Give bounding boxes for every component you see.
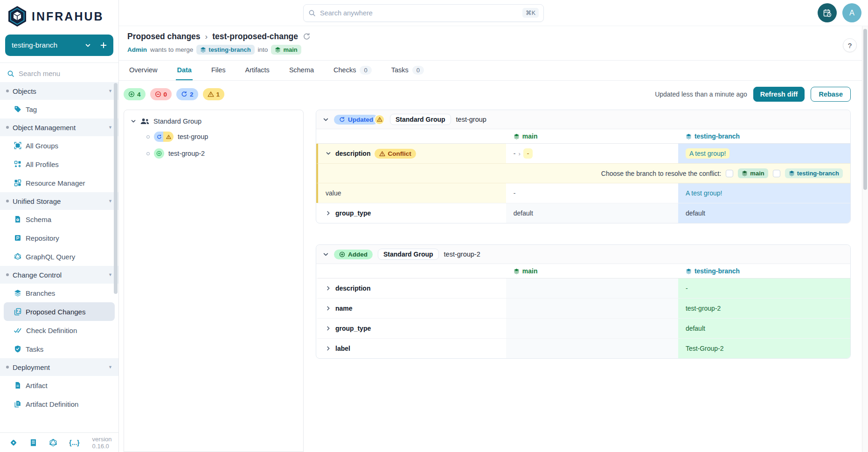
sidebar-item-all-profiles[interactable]: All Profiles bbox=[0, 155, 118, 174]
branch-value-chip: A test group! bbox=[686, 148, 730, 159]
sidebar-scrollbar[interactable] bbox=[114, 83, 118, 294]
chevron-right-icon[interactable] bbox=[326, 210, 331, 216]
chevron-down-icon[interactable] bbox=[131, 118, 136, 124]
branch-icon bbox=[789, 170, 795, 176]
chevron-right-icon[interactable] bbox=[326, 326, 331, 331]
resolve-main-badge[interactable]: main bbox=[738, 168, 768, 178]
tree-node-label: test-group-2 bbox=[168, 150, 205, 157]
tab-label: Checks bbox=[333, 66, 356, 74]
logo[interactable]: INFRAHUB bbox=[0, 0, 118, 32]
menu-section-change-control[interactable]: Change Control ▼ bbox=[0, 266, 118, 284]
menu-section-objects[interactable]: Objects ▼ bbox=[0, 82, 118, 100]
tab-schema[interactable]: Schema bbox=[288, 61, 315, 80]
menu-section-object-management[interactable]: Object Management ▼ bbox=[0, 118, 118, 136]
menu-section-unified-storage[interactable]: Unified Storage ▼ bbox=[0, 192, 118, 210]
attribute-cell[interactable]: name bbox=[318, 299, 506, 318]
chevron-right-icon[interactable] bbox=[326, 306, 331, 311]
resource-manager-icon bbox=[14, 179, 21, 187]
sync-icon bbox=[181, 91, 187, 97]
braces-icon[interactable]: {...} bbox=[69, 439, 80, 446]
sidebar-item-check-definition[interactable]: Check Definition bbox=[0, 321, 118, 340]
branch-value-cell: A test group! bbox=[678, 144, 850, 163]
help-button[interactable]: ? bbox=[843, 38, 857, 52]
source-branch-badge[interactable]: testing-branch bbox=[196, 45, 254, 55]
tab-label: Tasks bbox=[391, 66, 409, 74]
diff-row-group-type[interactable]: group_type default default bbox=[316, 203, 850, 223]
attribute-name: group_type bbox=[335, 325, 371, 332]
menu-section-deployment[interactable]: Deployment ▼ bbox=[0, 358, 118, 376]
chevron-down-icon[interactable] bbox=[323, 251, 329, 257]
menu-search bbox=[0, 63, 118, 82]
attribute-cell[interactable]: description bbox=[318, 278, 506, 298]
conflict-count-badge: 1 bbox=[203, 88, 225, 100]
diff-row-description[interactable]: description - bbox=[316, 278, 850, 298]
sidebar-item-tasks[interactable]: Tasks bbox=[0, 340, 118, 358]
graphql-icon[interactable] bbox=[49, 438, 57, 447]
resolve-branch-checkbox[interactable] bbox=[773, 170, 780, 177]
tab-label: Artifacts bbox=[245, 66, 270, 74]
tab-files[interactable]: Files bbox=[210, 61, 227, 80]
sidebar-item-all-groups[interactable]: All Groups bbox=[0, 136, 118, 155]
chevron-down-icon[interactable] bbox=[326, 151, 331, 156]
sidebar-item-artifact[interactable]: Artifact bbox=[0, 376, 118, 395]
diff-row-group-type[interactable]: group_type default bbox=[316, 318, 850, 338]
resolve-main-checkbox[interactable] bbox=[726, 170, 733, 177]
diff-row-description[interactable]: description Conflict - › - bbox=[316, 144, 850, 163]
git-icon[interactable] bbox=[9, 438, 18, 447]
branch-value-cell: - bbox=[678, 278, 850, 298]
global-search[interactable]: ⌘K bbox=[303, 4, 544, 22]
diff-card-header[interactable]: Added Standard Group test-group-2 bbox=[316, 245, 850, 264]
tab-artifacts[interactable]: Artifacts bbox=[244, 61, 271, 80]
avatar[interactable]: A bbox=[842, 3, 861, 22]
sidebar-item-proposed-changes[interactable]: Proposed Changes bbox=[4, 302, 115, 321]
sidebar: INFRAHUB testing-branch Ob bbox=[0, 0, 119, 452]
sidebar-item-repository[interactable]: Repository bbox=[0, 229, 118, 247]
tab-overview[interactable]: Overview bbox=[128, 61, 158, 80]
breadcrumb-separator: › bbox=[205, 32, 208, 42]
topbar: ⌘K A bbox=[119, 0, 868, 26]
chevron-right-icon[interactable] bbox=[326, 285, 331, 291]
sidebar-item-artifact-definition[interactable]: Artifact Definition bbox=[0, 395, 118, 413]
attribute-cell[interactable]: description Conflict bbox=[318, 144, 506, 163]
main-column-header: main bbox=[506, 129, 678, 143]
tab-checks[interactable]: Checks0 bbox=[333, 61, 373, 80]
docs-icon[interactable] bbox=[29, 438, 37, 447]
branch-value-cell: default bbox=[678, 319, 850, 338]
sidebar-item-branches[interactable]: Branches bbox=[0, 284, 118, 302]
chevron-down-icon[interactable] bbox=[323, 117, 329, 123]
target-branch-badge[interactable]: main bbox=[271, 45, 301, 55]
diff-row-name[interactable]: name test-group-2 bbox=[316, 298, 850, 318]
menu-search-input[interactable] bbox=[19, 70, 103, 77]
sidebar-item-tag[interactable]: Tag bbox=[0, 100, 118, 118]
schedule-button[interactable] bbox=[818, 3, 837, 22]
breadcrumb-parent[interactable]: Proposed changes bbox=[127, 32, 201, 42]
tab-tasks[interactable]: Tasks0 bbox=[390, 61, 425, 80]
chevron-right-icon[interactable] bbox=[326, 346, 331, 351]
rebase-button[interactable]: Rebase bbox=[811, 87, 851, 102]
source-branch-label: testing-branch bbox=[208, 46, 250, 53]
sidebar-item-resource-manager[interactable]: Resource Manager bbox=[0, 174, 118, 192]
sync-icon bbox=[339, 117, 345, 123]
refresh-diff-button[interactable]: Refresh diff bbox=[753, 87, 805, 102]
tree-node-test-group[interactable]: test-group bbox=[146, 132, 297, 142]
attribute-cell[interactable]: group_type bbox=[318, 203, 506, 223]
attribute-cell[interactable]: group_type bbox=[318, 319, 506, 338]
tree-node-standard-group[interactable]: Standard Group bbox=[131, 118, 297, 125]
resolve-branch-badge[interactable]: testing-branch bbox=[785, 168, 843, 178]
sidebar-item-schema[interactable]: Schema bbox=[0, 210, 118, 229]
page-scrollbar-thumb[interactable] bbox=[863, 29, 867, 190]
chevron-down-icon[interactable] bbox=[85, 42, 91, 49]
object-kind-badge: Standard Group bbox=[390, 114, 451, 125]
tab-data[interactable]: Data bbox=[176, 61, 192, 80]
tree-node-test-group-2[interactable]: test-group-2 bbox=[146, 148, 297, 159]
global-search-input[interactable] bbox=[320, 9, 518, 17]
page-scrollbar[interactable] bbox=[862, 26, 868, 452]
branch-selector[interactable]: testing-branch bbox=[5, 35, 113, 56]
status-label: Updated bbox=[348, 116, 373, 123]
diff-row-label[interactable]: label Test-Group-2 bbox=[316, 338, 850, 358]
attribute-cell[interactable]: label bbox=[318, 339, 506, 358]
add-branch-icon[interactable] bbox=[100, 42, 107, 49]
reload-icon[interactable] bbox=[303, 33, 311, 41]
diff-card-header[interactable]: Updated Standard Group test-group bbox=[316, 110, 850, 129]
sidebar-item-graphql-query[interactable]: GraphQL Query bbox=[0, 247, 118, 266]
